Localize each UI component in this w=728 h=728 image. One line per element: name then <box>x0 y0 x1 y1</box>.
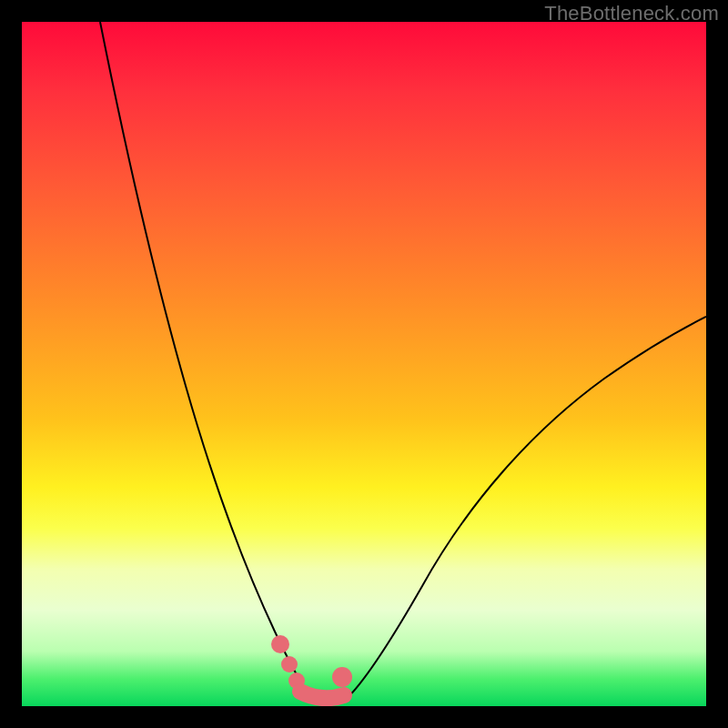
highlight-dot-4 <box>332 667 352 687</box>
curve-left-branch <box>100 22 318 703</box>
highlight-dot-1 <box>271 635 289 653</box>
highlight-flat-segment <box>300 692 344 698</box>
curve-right-branch <box>342 317 706 703</box>
bottleneck-chart <box>22 22 706 706</box>
highlight-dot-2 <box>281 656 298 672</box>
chart-frame: TheBottleneck.com <box>0 0 728 728</box>
plot-area <box>22 22 706 706</box>
